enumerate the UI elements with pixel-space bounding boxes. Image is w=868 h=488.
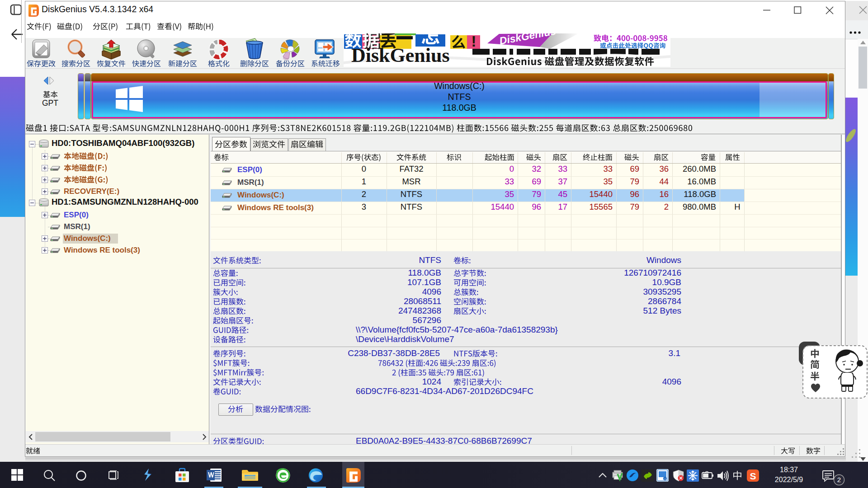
- svg-text:i: i: [665, 478, 665, 480]
- svg-text:S: S: [750, 471, 756, 481]
- svg-text:2: 2: [837, 476, 841, 483]
